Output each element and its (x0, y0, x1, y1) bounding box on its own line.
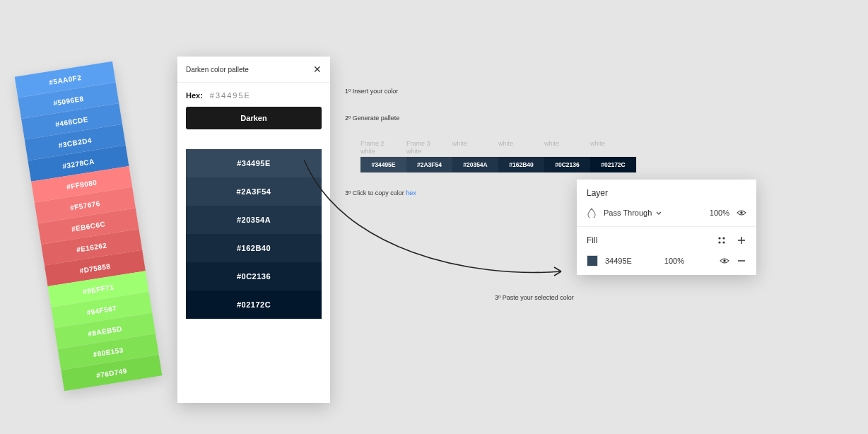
step-3a-text: 3º Click to copy color (345, 189, 406, 197)
chevron-down-icon (656, 211, 662, 215)
blend-mode-select[interactable]: Pass Through (604, 209, 693, 217)
layer-opacity[interactable]: 100% (700, 209, 729, 217)
strip-cell[interactable]: #34495E (360, 157, 406, 172)
strip-cell[interactable]: #02172C (590, 157, 636, 172)
step-2-caption: 2º Generate pallete (345, 115, 399, 122)
palette-strip: #34495E#2A3F54#20354A#162B40#0C2136#0217… (360, 157, 636, 172)
strip-cell[interactable]: #20354A (452, 157, 498, 172)
frame-label: white (544, 140, 582, 156)
add-fill-icon[interactable] (737, 235, 746, 245)
svg-point-0 (740, 211, 743, 214)
result-row[interactable]: #02172C (186, 291, 322, 319)
panel-title: Darken color pallete (186, 66, 249, 74)
close-icon[interactable]: ✕ (313, 64, 322, 75)
panel-header: Darken color pallete ✕ (177, 57, 330, 83)
layer-section: Layer Pass Through 100% (577, 180, 756, 227)
darken-panel: Darken color pallete ✕ Hex: Darken #3449… (177, 57, 330, 403)
frame-label: white (498, 140, 536, 156)
fill-title: Fill (587, 235, 597, 245)
strip-cell[interactable]: #2A3F54 (406, 157, 452, 172)
layer-visibility-icon[interactable] (737, 208, 746, 218)
svg-point-2 (722, 237, 725, 239)
frame-label: white (452, 140, 490, 156)
arrow-annotation (300, 158, 570, 284)
result-row[interactable]: #34495E (186, 149, 322, 177)
frame-label: white (590, 140, 628, 156)
hex-input[interactable] (210, 91, 322, 100)
remove-fill-icon[interactable] (737, 256, 746, 266)
blend-droplet-icon[interactable] (587, 208, 597, 218)
darken-button[interactable]: Darken (186, 107, 322, 129)
step-3c-caption: 3º Paste your selected color (495, 294, 574, 301)
result-list: #34495E#2A3F54#20354A#162B40#0C2136#0217… (186, 149, 322, 319)
step-1-caption: 1º Insert your color (345, 88, 398, 95)
blend-mode-label: Pass Through (604, 209, 652, 217)
strip-cell[interactable]: #162B40 (498, 157, 544, 172)
svg-point-4 (722, 241, 725, 243)
result-row[interactable]: #2A3F54 (186, 177, 322, 206)
frame-label: Frame 3white (406, 140, 444, 156)
fill-style-icon[interactable] (717, 235, 727, 245)
result-row[interactable]: #20354A (186, 206, 322, 234)
layer-row: Pass Through 100% (587, 208, 746, 218)
step-3a-caption: 3º Click to copy color hex (345, 189, 416, 197)
fill-row: 34495E 100% (587, 255, 746, 266)
svg-point-1 (718, 237, 720, 239)
svg-point-5 (723, 259, 726, 262)
layer-section-title: Layer (587, 188, 746, 198)
side-palette: #5AA0F2#5096E8#468CDE#3CB2D4#3278CA#FF80… (15, 61, 163, 391)
fill-hex-value[interactable]: 34495E (605, 257, 647, 265)
hex-row: Hex: (177, 83, 330, 107)
svg-point-3 (718, 241, 720, 243)
layer-panel: Layer Pass Through 100% Fill (577, 180, 756, 275)
fill-opacity[interactable]: 100% (655, 257, 684, 265)
hex-link[interactable]: hex (406, 189, 416, 197)
result-row[interactable]: #0C2136 (186, 262, 322, 291)
fill-visibility-icon[interactable] (720, 256, 729, 266)
result-row[interactable]: #162B40 (186, 234, 322, 262)
hex-label: Hex: (186, 91, 203, 100)
strip-cell[interactable]: #0C2136 (544, 157, 590, 172)
fill-section: Fill 34495E 100% (577, 227, 756, 275)
frame-label: Frame 2white (360, 140, 398, 156)
frame-labels: Frame 2whiteFrame 3whitewhitewhitewhitew… (360, 140, 628, 156)
fill-header: Fill (587, 235, 746, 245)
fill-swatch[interactable] (587, 255, 598, 266)
